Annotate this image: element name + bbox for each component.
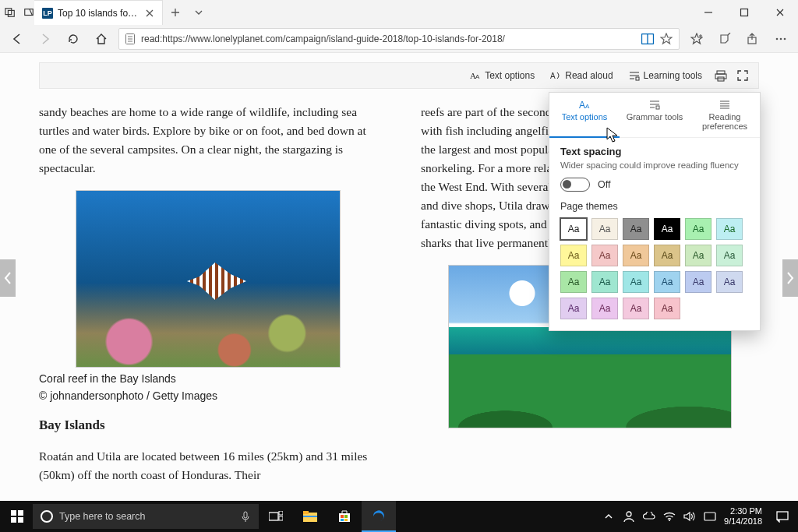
- tab-dropdown-button[interactable]: [188, 0, 210, 25]
- fullscreen-button[interactable]: [733, 66, 752, 85]
- taskbar-clock[interactable]: 2:30 PM 9/14/2018: [724, 506, 767, 526]
- toggle-state-label: Off: [598, 179, 610, 190]
- svg-text:A: A: [585, 103, 590, 110]
- more-icon[interactable]: [770, 28, 792, 50]
- page-next-button[interactable]: [782, 259, 798, 297]
- svg-point-13: [776, 37, 779, 40]
- maximize-button[interactable]: [726, 0, 762, 25]
- print-button[interactable]: [711, 66, 730, 85]
- article-paragraph: sandy beaches are home to a wide range o…: [39, 103, 377, 178]
- svg-rect-51: [344, 519, 348, 521]
- refresh-button[interactable]: [62, 28, 84, 50]
- svg-rect-36: [11, 510, 16, 516]
- theme-swatch[interactable]: Aa: [654, 218, 680, 240]
- favorites-icon[interactable]: [686, 28, 708, 50]
- theme-swatch[interactable]: Aa: [623, 218, 649, 240]
- figure-caption: Coral reef in the Bay Islands: [39, 372, 176, 385]
- sys-timeline-icon[interactable]: [23, 7, 34, 18]
- fullscreen-icon: [736, 69, 749, 82]
- file-explorer-button[interactable]: [293, 501, 327, 532]
- theme-swatch[interactable]: Aa: [591, 271, 618, 293]
- theme-swatch[interactable]: Aa: [623, 245, 649, 266]
- theme-swatch[interactable]: Aa: [591, 245, 618, 266]
- new-tab-button[interactable]: [163, 0, 188, 25]
- svg-point-53: [669, 520, 670, 521]
- svg-text:A: A: [550, 72, 556, 80]
- start-button[interactable]: [0, 510, 34, 523]
- action-center-button[interactable]: [767, 510, 798, 523]
- theme-swatch[interactable]: Aa: [591, 298, 618, 319]
- taskbar-search[interactable]: Type here to search: [33, 504, 259, 529]
- notes-icon[interactable]: [714, 28, 736, 50]
- browser-toolbar: read:https://www.lonelyplanet.com/campai…: [0, 25, 798, 53]
- page-themes-title: Page themes: [560, 201, 749, 212]
- home-button[interactable]: [90, 28, 112, 50]
- reading-mode-lock-icon: [125, 33, 135, 44]
- edge-button[interactable]: [362, 501, 396, 532]
- svg-point-15: [784, 37, 786, 40]
- svg-rect-31: [656, 106, 659, 109]
- volume-icon[interactable]: [683, 510, 696, 523]
- theme-swatch[interactable]: Aa: [685, 218, 711, 240]
- theme-swatch[interactable]: Aa: [716, 245, 743, 266]
- flyout-tab-text-options[interactable]: AA Text options: [549, 93, 620, 138]
- input-icon[interactable]: [704, 510, 716, 523]
- theme-swatch[interactable]: Aa: [716, 218, 743, 240]
- sys-tabs-icon[interactable]: [5, 7, 16, 18]
- theme-swatch[interactable]: Aa: [685, 245, 711, 266]
- page-prev-button[interactable]: [0, 259, 16, 297]
- store-button[interactable]: [327, 501, 362, 532]
- theme-swatch[interactable]: Aa: [716, 271, 743, 293]
- svg-rect-40: [244, 512, 247, 518]
- flyout-tab-reading-prefs[interactable]: Reading preferences: [690, 93, 760, 137]
- theme-swatch[interactable]: Aa: [560, 298, 587, 319]
- theme-swatch[interactable]: Aa: [623, 271, 649, 293]
- text-options-button[interactable]: AA Text options: [464, 67, 541, 84]
- system-tray: [595, 510, 724, 523]
- theme-swatch[interactable]: Aa: [623, 298, 649, 319]
- theme-swatch[interactable]: Aa: [560, 271, 587, 293]
- mic-icon[interactable]: [240, 511, 251, 522]
- svg-text:A: A: [475, 73, 480, 80]
- svg-rect-42: [279, 511, 283, 515]
- text-options-flyout: AA Text options Grammar tools Reading pr…: [549, 92, 761, 331]
- theme-swatch[interactable]: Aa: [560, 218, 587, 240]
- theme-swatch[interactable]: Aa: [654, 271, 680, 293]
- read-aloud-button[interactable]: A Read aloud: [544, 67, 619, 84]
- article-heading: Bay Islands: [39, 415, 377, 435]
- onedrive-icon[interactable]: [643, 510, 655, 523]
- text-spacing-toggle[interactable]: [560, 178, 590, 192]
- browser-tab-active[interactable]: LP Top 10 islands for 2018: [34, 0, 163, 25]
- tab-title: Top 10 islands for 2018: [58, 8, 140, 19]
- svg-rect-39: [18, 517, 23, 523]
- wifi-icon[interactable]: [663, 510, 676, 523]
- task-view-button[interactable]: [259, 501, 293, 532]
- favorite-star-icon[interactable]: [660, 33, 673, 45]
- window-controls: [690, 0, 798, 25]
- tray-chevron-icon[interactable]: [602, 510, 615, 523]
- back-button[interactable]: [6, 28, 28, 50]
- address-bar[interactable]: read:https://www.lonelyplanet.com/campai…: [118, 28, 680, 50]
- forward-button[interactable]: [34, 28, 56, 50]
- learning-tools-button[interactable]: Learning tools: [623, 67, 708, 84]
- close-window-button[interactable]: [762, 0, 798, 25]
- theme-swatch[interactable]: Aa: [685, 271, 711, 293]
- theme-swatch[interactable]: Aa: [654, 298, 680, 319]
- svg-rect-45: [303, 511, 309, 514]
- theme-swatch[interactable]: Aa: [560, 245, 587, 266]
- cortana-icon: [41, 510, 53, 523]
- svg-rect-55: [777, 512, 788, 520]
- reading-view-icon[interactable]: [641, 33, 654, 45]
- minimize-button[interactable]: [690, 0, 726, 25]
- svg-rect-41: [269, 513, 278, 520]
- close-icon[interactable]: [145, 9, 154, 18]
- theme-swatch[interactable]: Aa: [654, 245, 680, 266]
- flyout-tab-grammar-tools[interactable]: Grammar tools: [620, 93, 690, 137]
- svg-rect-43: [279, 516, 283, 520]
- share-icon[interactable]: [742, 28, 764, 50]
- theme-swatch[interactable]: Aa: [591, 218, 618, 240]
- print-icon: [715, 69, 727, 82]
- reading-toolbar: AA Text options A Read aloud Learning to…: [39, 62, 759, 89]
- article-paragraph: Roatán and Utila are located between 16 …: [39, 447, 377, 484]
- people-icon[interactable]: [623, 510, 635, 523]
